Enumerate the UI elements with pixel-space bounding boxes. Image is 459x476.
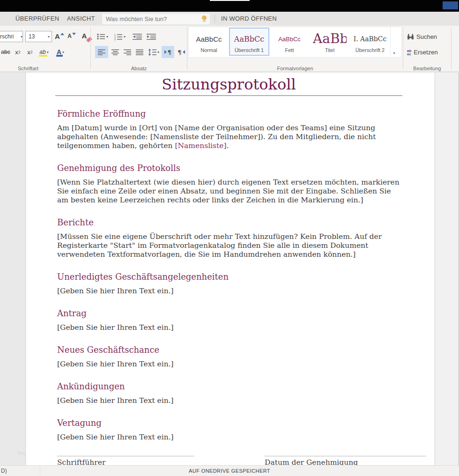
font-color-button[interactable]: A ▾ (53, 46, 67, 58)
styles-gallery: AaBbCcNormalAaBbCcÜberschrift 1AaBbCcFet… (188, 27, 402, 58)
grow-font-button[interactable]: A (53, 30, 66, 42)
paragraph-text: [Geben Sie hier Ihren Text ein.] (57, 360, 174, 368)
increase-indent-icon (147, 33, 156, 40)
section-paragraph[interactable]: [Geben Sie hier Ihren Text ein.] (57, 396, 400, 405)
section-heading[interactable]: Ankündigungen (57, 381, 400, 392)
topbar-highlight-line (210, 0, 250, 1)
document-page[interactable]: Sitzungsprotokoll Förmliche EröffnungAm … (26, 73, 435, 465)
paragraph-text: [Wenn Sie Platzhaltertext (wie diesen hi… (57, 178, 400, 204)
pilcrow-icon: ¶ (168, 49, 171, 56)
justify-button[interactable] (134, 46, 145, 58)
chevron-down-icon[interactable]: ▾ (21, 35, 22, 39)
line-spacing-button[interactable]: ▾ (146, 46, 161, 58)
style-card-normal[interactable]: AaBbCcNormal (189, 28, 229, 56)
increase-indent-button[interactable] (145, 31, 157, 42)
document-title[interactable]: Sitzungsprotokoll (57, 75, 400, 94)
highlight-color-button[interactable]: ab ▾ (37, 46, 52, 58)
find-button[interactable]: Suchen (407, 33, 437, 40)
superscript-button[interactable]: x2 (24, 46, 36, 58)
chevron-down-icon[interactable]: ▾ (48, 35, 50, 39)
grow-font-icon: A (55, 32, 60, 40)
clear-formatting-button[interactable]: A (78, 29, 91, 42)
font-group: rschri ▾ 13 ▾ A A A abc x2 x2 ab (0, 26, 90, 72)
style-card-fett[interactable]: AaBbCcFett (269, 28, 310, 56)
ribbon-tab-row: ÜBERPRÜFEN ANSICHT Was möchten Sie tun? … (0, 12, 459, 26)
style-card-titel[interactable]: AaBbCcTitel (310, 28, 350, 56)
style-card--berschrift-1[interactable]: AaBbCcÜberschrift 1 (229, 28, 269, 56)
line-spacing-icon (148, 49, 156, 56)
section-heading[interactable]: Förmliche Eröffnung (57, 109, 400, 119)
title-rule (55, 95, 402, 96)
editing-group: Suchen ab ac Ersetzen Bearbeitung (403, 26, 451, 72)
section-heading[interactable]: Berichte (57, 217, 400, 228)
tab-ansicht[interactable]: ANSICHT (67, 12, 95, 26)
chevron-down-icon[interactable]: ▾ (47, 50, 49, 54)
rtl-arrow-icon (183, 50, 185, 54)
section-paragraph[interactable]: [Müssen Sie eine eigene Überschrift oder… (57, 232, 400, 259)
numbered-list-button[interactable]: 123 ▾ (112, 31, 127, 42)
align-center-button[interactable] (110, 46, 121, 58)
signature-field-1[interactable]: Datum der Genehmigung (265, 456, 426, 465)
chevron-down-icon[interactable]: ▾ (124, 35, 126, 39)
left-to-right-button[interactable]: ¶ (162, 46, 174, 58)
subscript-button[interactable]: x2 (12, 46, 23, 58)
font-size-combobox[interactable]: 13 ▾ (25, 31, 52, 42)
align-left-icon (98, 49, 105, 55)
section-heading[interactable]: Neues Geschäftschance (57, 345, 400, 355)
chevron-down-icon[interactable]: ▾ (157, 50, 159, 54)
top-black-bar (0, 0, 459, 12)
shrink-font-button[interactable]: A (66, 30, 77, 42)
right-to-left-button[interactable]: ¶ (176, 46, 187, 58)
bullet-list-icon (97, 33, 105, 40)
replace-icon: ab ac (407, 49, 411, 56)
section-heading[interactable]: Antrag (57, 308, 400, 319)
section-paragraph[interactable]: [Geben Sie hier Ihren Text ein.] (57, 323, 400, 332)
chevron-down-icon[interactable]: ▾ (62, 50, 64, 54)
highlight-icon: ab (39, 49, 45, 55)
section-paragraph[interactable]: Am [Datum] wurde in [Ort] von [Name der … (57, 124, 400, 150)
section-paragraph[interactable]: [Geben Sie hier Ihren Text ein.] (57, 433, 400, 442)
placeholder-link: [Namensliste] (175, 141, 227, 150)
font-size-value: 13 (26, 33, 47, 40)
strikethrough-button[interactable]: abc (0, 46, 11, 58)
decrease-indent-icon (133, 33, 142, 40)
chevron-down-icon[interactable]: ▾ (393, 51, 395, 55)
section-heading[interactable]: Vertagung (57, 418, 400, 428)
tab-ueberpruefen[interactable]: ÜBERPRÜFEN (15, 12, 59, 26)
decrease-indent-button[interactable] (131, 31, 143, 42)
align-left-button[interactable] (95, 46, 108, 58)
bullet-list-button[interactable]: ▾ (96, 31, 110, 42)
editing-group-label: Bearbeitung (403, 66, 451, 71)
ltr-arrow-icon (164, 50, 167, 54)
font-name-combobox[interactable]: rschri ▾ (0, 31, 23, 42)
signature-field-0[interactable]: Schriftführer (57, 456, 194, 465)
style-name: Titel (311, 47, 349, 53)
style-sample: AaBbCc (278, 36, 301, 43)
signature-row: SchriftführerDatum der Genehmigung (57, 456, 426, 465)
styles-group-label: Formatvorlagen (187, 66, 403, 71)
paragraph-group: ▾ 123 ▾ ▾ ¶ ¶ (91, 26, 187, 72)
replace-button[interactable]: ab ac Ersetzen (407, 49, 438, 56)
style-name: Überschrift 2 (351, 47, 389, 53)
section-paragraph[interactable]: [Geben Sie hier Ihren Text ein.] (57, 360, 400, 369)
styles-group: AaBbCcNormalAaBbCcÜberschrift 1AaBbCcFet… (187, 26, 403, 72)
chevron-down-icon[interactable]: ▾ (106, 35, 108, 39)
section-heading[interactable]: Genehmigung des Protokolls (57, 163, 400, 173)
tell-me-placeholder: Was möchten Sie tun? (102, 15, 201, 22)
style-sample: AaBbCc (234, 35, 264, 44)
style-card--berschrift-2[interactable]: I. AaBbCcÜberschrift 2 (350, 28, 390, 56)
section-paragraph[interactable]: [Wenn Sie Platzhaltertext (wie diesen hi… (57, 178, 400, 205)
section-paragraph[interactable]: [Geben Sie hier Ihren Text ein.] (57, 287, 400, 296)
open-in-word-button[interactable]: IN WORD ÖFFNEN (221, 12, 277, 26)
binoculars-icon (407, 34, 414, 40)
align-right-button[interactable] (122, 46, 133, 58)
styles-gallery-more-button[interactable]: ▾ (390, 27, 397, 57)
pilcrow-icon: ¶ (178, 49, 181, 56)
status-saved-label: AUF ONEDRIVE GESPEICHERT (0, 466, 459, 476)
paragraph-text: [Geben Sie hier Ihren Text ein.] (57, 396, 174, 405)
tell-me-search-input[interactable]: Was möchten Sie tun? (102, 14, 210, 24)
document-content: Sitzungsprotokoll Förmliche EröffnungAm … (57, 75, 400, 465)
paragraph-text: [Müssen Sie eine eigene Überschrift oder… (57, 232, 382, 259)
section-heading[interactable]: Unerledigtes Geschäftsangelegenheiten (57, 272, 400, 282)
paragraph-text: [Geben Sie hier Ihren Text ein.] (57, 323, 174, 332)
